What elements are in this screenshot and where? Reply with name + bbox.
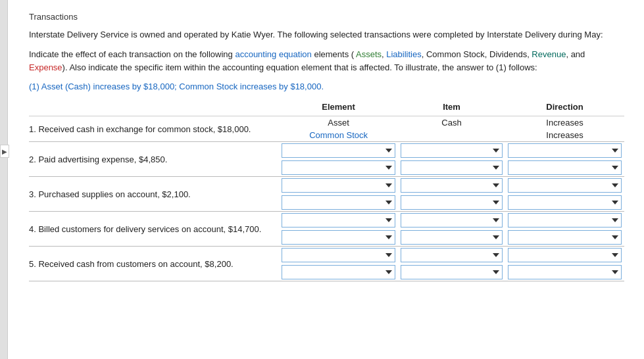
t4-r2-direction-cell: Increases Decreases (505, 229, 624, 247)
table-row: 1. Received cash in exchange for common … (29, 116, 624, 130)
transaction-3-label: 3. Purchased supplies on account, $2,100… (29, 177, 279, 212)
t5-r1-direction-cell: Increases Decreases (505, 247, 624, 264)
t3-r1-item-select[interactable] (401, 178, 503, 193)
t5-r2-element-select[interactable]: Asset Liability Common Stock Dividends R… (282, 265, 395, 279)
t1-r1-item: Cash (398, 116, 505, 130)
t3-r2-direction-select[interactable]: Increases Decreases (508, 195, 622, 210)
t4-r2-direction-select[interactable]: Increases Decreases (508, 230, 622, 245)
col-header-transaction (29, 101, 279, 116)
t5-r2-direction-cell: Increases Decreases (505, 264, 624, 281)
table-header-row: Element Item Direction (29, 101, 624, 116)
t3-r1-item-cell (398, 177, 505, 195)
t1-r1-element: Asset (279, 116, 398, 130)
spacer-row (29, 281, 624, 295)
t4-r1-element-select[interactable]: Asset Liability Common Stock Dividends R… (282, 213, 395, 227)
left-arrow[interactable]: ▶ (0, 145, 9, 158)
t3-r2-direction-cell: Increases Decreases (505, 194, 624, 212)
t1-r2-item (398, 129, 505, 142)
instructions-text: Indicate the effect of each transaction … (29, 48, 624, 76)
t3-r2-item-select[interactable] (401, 195, 503, 210)
t5-r1-element-cell: Asset Liability Common Stock Dividends R… (279, 247, 398, 264)
expense-term: Expense (29, 62, 62, 72)
t2-r2-element-select[interactable]: Asset Liability Common Stock Dividends R… (282, 160, 395, 175)
t2-r1-element-cell: Asset Liability Common Stock Dividends R… (279, 142, 398, 160)
t1-r2-direction: Increases (505, 129, 624, 142)
page-title: Transactions (29, 12, 624, 22)
t5-r2-item-cell (398, 264, 505, 281)
t3-r1-element-select[interactable]: Asset Liability Common Stock Dividends R… (282, 178, 395, 193)
transaction-2-label: 2. Paid advertising expense, $4,850. (29, 142, 279, 177)
t2-r1-direction-select[interactable]: Increases Decreases (508, 143, 622, 158)
transaction-5-label: 5. Received cash from customers on accou… (29, 247, 279, 281)
t2-r2-direction-cell: Increases Decreases (505, 159, 624, 177)
t2-r1-element-select[interactable]: Asset Liability Common Stock Dividends R… (282, 143, 395, 158)
t4-r1-direction-select[interactable]: Increases Decreases (508, 213, 622, 227)
t5-r2-item-select[interactable] (401, 265, 503, 279)
t2-r2-item-select[interactable] (401, 160, 503, 175)
t5-r2-direction-select[interactable]: Increases Decreases (508, 265, 622, 279)
t2-r1-item-cell (398, 142, 505, 160)
liabilities-term: Liabilities (386, 49, 421, 59)
t1-r1-direction: Increases (505, 116, 624, 130)
t4-r2-item-cell (398, 229, 505, 247)
t4-r1-direction-cell: Increases Decreases (505, 212, 624, 229)
t3-r2-element-cell: Asset Liability Common Stock Dividends R… (279, 194, 398, 212)
col-header-item: Item (398, 101, 505, 116)
transactions-table: Element Item Direction 1. Received cash … (29, 101, 624, 295)
t4-r2-element-select[interactable]: Asset Liability Common Stock Dividends R… (282, 230, 395, 245)
col-header-element: Element (279, 101, 398, 116)
t2-r2-direction-select[interactable]: Increases Decreases (508, 160, 622, 175)
table-row: 5. Received cash from customers on accou… (29, 247, 624, 264)
intro-text: Interstate Delivery Service is owned and… (29, 28, 624, 41)
transaction-1-label: 1. Received cash in exchange for common … (29, 116, 279, 142)
t3-r2-item-cell (398, 194, 505, 212)
table-row: 3. Purchased supplies on account, $2,100… (29, 177, 624, 195)
t2-r2-item-cell (398, 159, 505, 177)
t1-r2-element: Common Stock (279, 129, 398, 142)
t3-r1-direction-select[interactable]: Increases Decreases (508, 178, 622, 193)
t5-r1-item-cell (398, 247, 505, 264)
t2-r2-element-cell: Asset Liability Common Stock Dividends R… (279, 159, 398, 177)
t3-r1-direction-cell: Increases Decreases (505, 177, 624, 195)
accounting-equation-link: accounting equation (235, 49, 311, 59)
transaction-4-label: 4. Billed customers for delivery service… (29, 212, 279, 247)
revenue-term: Revenue (532, 49, 566, 59)
t2-r1-item-select[interactable] (401, 143, 503, 158)
left-sidebar (0, 0, 8, 359)
t5-r2-element-cell: Asset Liability Common Stock Dividends R… (279, 264, 398, 281)
t4-r2-element-cell: Asset Liability Common Stock Dividends R… (279, 229, 398, 247)
t2-r1-direction-cell: Increases Decreases (505, 142, 624, 160)
assets-term: Assets (356, 49, 382, 59)
t4-r1-item-cell (398, 212, 505, 229)
t4-r1-item-select[interactable] (401, 213, 503, 227)
t3-r1-element-cell: Asset Liability Common Stock Dividends R… (279, 177, 398, 195)
col-header-direction: Direction (505, 101, 624, 116)
t5-r1-direction-select[interactable]: Increases Decreases (508, 248, 622, 262)
table-row: 4. Billed customers for delivery service… (29, 212, 624, 229)
table-row: 2. Paid advertising expense, $4,850. Ass… (29, 142, 624, 160)
t4-r2-item-select[interactable] (401, 230, 503, 245)
t4-r1-element-cell: Asset Liability Common Stock Dividends R… (279, 212, 398, 229)
example-text: (1) Asset (Cash) increases by $18,000; C… (29, 82, 624, 91)
t5-r1-item-select[interactable] (401, 248, 503, 262)
t5-r1-element-select[interactable]: Asset Liability Common Stock Dividends R… (282, 248, 395, 262)
page-container: ▶ Transactions Interstate Delivery Servi… (0, 0, 644, 359)
t3-r2-element-select[interactable]: Asset Liability Common Stock Dividends R… (282, 195, 395, 210)
